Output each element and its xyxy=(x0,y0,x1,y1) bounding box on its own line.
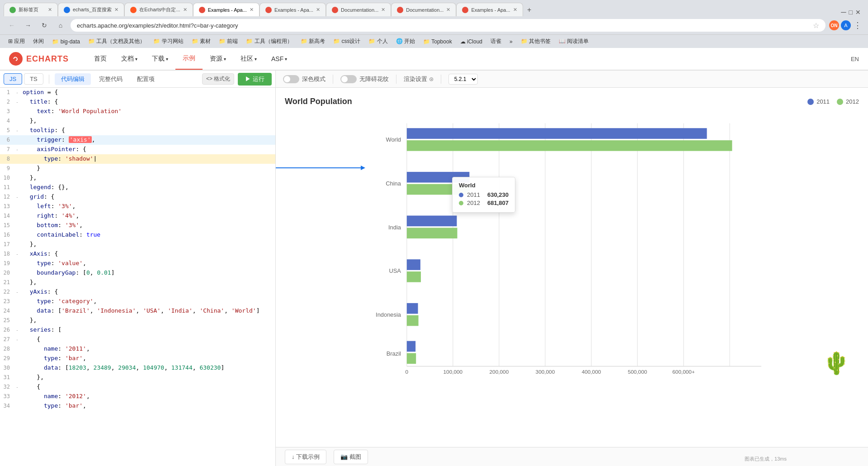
bookmark-tools-docs[interactable]: 📁 工具（文档及其他） xyxy=(85,37,148,46)
nav-asf[interactable]: ASF ▾ xyxy=(264,48,294,70)
accessibility-toggle[interactable]: 无障碍花纹 xyxy=(340,75,389,83)
bookmark-yueque[interactable]: 语雀 xyxy=(488,37,504,46)
download-button[interactable]: ↓ 下载示例 xyxy=(285,450,326,464)
settings-icon[interactable]: ⋮ xyxy=(853,20,863,30)
tab-close-icon[interactable]: ✕ xyxy=(48,7,52,13)
nav-home[interactable]: 首页 xyxy=(87,48,114,70)
y-label-usa: USA xyxy=(389,267,401,274)
bookmark-more[interactable]: » xyxy=(507,38,515,46)
bookmark-reader[interactable]: 📖 阅读清单 xyxy=(556,37,591,46)
forward-button[interactable]: → xyxy=(22,19,34,32)
bookmark-material[interactable]: 📁 素材 xyxy=(189,37,213,46)
version-select[interactable]: 5.2.1 xyxy=(448,74,478,85)
nav-download[interactable]: 下载 ▾ xyxy=(145,48,175,70)
code-tab-config[interactable]: 配置项 xyxy=(131,73,161,85)
toggle-knob xyxy=(341,76,348,82)
tab-favicon xyxy=(332,7,338,13)
lang-tab-js[interactable]: JS xyxy=(4,73,22,85)
back-button[interactable]: ← xyxy=(5,19,18,32)
new-tab-button[interactable]: + xyxy=(523,4,536,16)
tab-close-icon[interactable]: ✕ xyxy=(250,7,254,13)
bookmark-bigdata[interactable]: 📁 big-data xyxy=(49,38,83,46)
bookmark-gaokao[interactable]: 📁 新高考 xyxy=(298,37,328,46)
tab-examples-3[interactable]: Examples - Apa... ✕ xyxy=(456,3,523,16)
bar-indonesia-2012 xyxy=(407,315,419,326)
bookmark-start[interactable]: 🌐 开始 xyxy=(393,37,418,46)
tab-examples-active[interactable]: Examples - Apa... ✕ xyxy=(193,3,259,16)
lang-button[interactable]: EN xyxy=(851,56,859,62)
line-toggle[interactable]: - xyxy=(14,325,21,335)
minimize-button[interactable]: ─ xyxy=(841,8,846,16)
nav-examples[interactable]: 示例 xyxy=(175,48,203,70)
code-editor[interactable]: 1 - option = { 2 - title: { 3 text: 'Wor… xyxy=(0,88,275,466)
code-line-14: 14 right: '4%', xyxy=(0,211,275,221)
line-toggle[interactable]: - xyxy=(14,192,21,202)
render-settings-label[interactable]: 渲染设置 ⊙ xyxy=(404,75,434,83)
line-content: data: [18203, 23489, 29034, 104970, 1317… xyxy=(21,363,275,373)
line-toggle xyxy=(14,221,21,230)
code-tab-edit[interactable]: 代码编辑 xyxy=(55,73,91,85)
bar-world-2011 xyxy=(407,128,707,139)
line-content: tooltip: { xyxy=(21,126,275,135)
close-button[interactable]: ✕ xyxy=(855,9,861,16)
line-toggle[interactable]: - xyxy=(14,145,21,154)
bookmark-other[interactable]: 📁 其他书签 xyxy=(518,37,553,46)
tab-close-icon[interactable]: ✕ xyxy=(446,7,450,13)
bookmark-frontend[interactable]: 📁 前端 xyxy=(216,37,241,46)
bookmark-apps[interactable]: ⊞ 应用 xyxy=(5,37,28,46)
line-toggle[interactable]: - xyxy=(14,335,21,344)
tab-examples-2[interactable]: Examples - Apa... ✕ xyxy=(259,3,326,16)
line-toggle[interactable]: - xyxy=(14,382,21,392)
profile-icon[interactable]: A xyxy=(841,20,851,30)
code-line-18: 18 - xAxis: { xyxy=(0,249,275,259)
tab-docs-2[interactable]: Documentation... ✕ xyxy=(391,3,456,16)
nav-community[interactable]: 社区 ▾ xyxy=(233,48,264,70)
line-toggle[interactable]: - xyxy=(14,97,21,107)
reload-button[interactable]: ↻ xyxy=(38,19,51,32)
tab-close-icon[interactable]: ✕ xyxy=(316,7,320,13)
code-tab-full[interactable]: 完整代码 xyxy=(93,73,129,85)
dark-mode-toggle[interactable]: 深色模式 xyxy=(283,75,326,83)
tab-close-icon[interactable]: ✕ xyxy=(183,7,187,13)
line-toggle xyxy=(14,230,21,240)
code-line-2: 2 - title: { xyxy=(0,97,275,107)
nav-docs[interactable]: 文档 ▾ xyxy=(114,48,145,70)
toggle-knob xyxy=(284,76,290,82)
tab-close-icon[interactable]: ✕ xyxy=(114,7,118,13)
line-toggle[interactable]: - xyxy=(14,249,21,259)
line-toggle[interactable]: - xyxy=(14,126,21,135)
line-toggle[interactable]: - xyxy=(14,287,21,297)
format-button[interactable]: <> 格式化 xyxy=(202,73,234,85)
dark-mode-switch[interactable] xyxy=(283,75,299,83)
line-toggle[interactable]: - xyxy=(14,88,21,97)
legend-item-2011[interactable]: 2011 xyxy=(807,98,830,105)
bookmark-learning[interactable]: 📁 学习网站 xyxy=(151,37,186,46)
lang-tab-ts[interactable]: TS xyxy=(24,73,43,85)
bookmark-star-icon[interactable]: ☆ xyxy=(813,21,819,30)
accessibility-switch[interactable] xyxy=(340,75,357,83)
nav-resources[interactable]: 资源 ▾ xyxy=(203,48,233,70)
home-button[interactable]: ⌂ xyxy=(54,19,67,32)
address-bar[interactable]: echarts.apache.org/examples/zh/editor.ht… xyxy=(71,19,826,32)
run-button[interactable]: ▶ 运行 xyxy=(238,73,272,86)
legend-item-2012[interactable]: 2012 xyxy=(837,98,859,105)
tab-close-icon[interactable]: ✕ xyxy=(513,7,517,13)
bookmark-personal[interactable]: 📁 个人 xyxy=(366,37,390,46)
bookmark-css[interactable]: 📁 css设计 xyxy=(330,37,363,46)
screenshot-button[interactable]: 📷 截图 xyxy=(334,450,368,464)
tab-close-icon[interactable]: ✕ xyxy=(381,7,385,13)
divider xyxy=(396,75,396,84)
bookmark-tools-prog[interactable]: 📁 工具（编程用） xyxy=(243,37,295,46)
tab-echarts-custom[interactable]: 在Echarts中自定... ✕ xyxy=(124,3,193,16)
tab-new-tab[interactable]: 新标签页 ✕ xyxy=(4,3,58,16)
x-label-300k: 300,000 xyxy=(536,369,555,375)
tab-baidu[interactable]: echarts_百度搜索 ✕ xyxy=(58,3,124,16)
bookmark-topbook[interactable]: 📁 Topbook xyxy=(420,38,455,46)
maximize-button[interactable]: □ xyxy=(849,9,853,16)
nav-docs-arrow: ▾ xyxy=(135,57,137,62)
extensions-icon[interactable]: ON xyxy=(829,20,839,30)
tab-docs-1[interactable]: Documentation... ✕ xyxy=(326,3,391,16)
line-content: }, xyxy=(21,373,275,382)
bookmark-leisure[interactable]: 休闲 xyxy=(30,37,47,46)
bookmark-icloud[interactable]: ☁ iCloud xyxy=(458,38,485,46)
